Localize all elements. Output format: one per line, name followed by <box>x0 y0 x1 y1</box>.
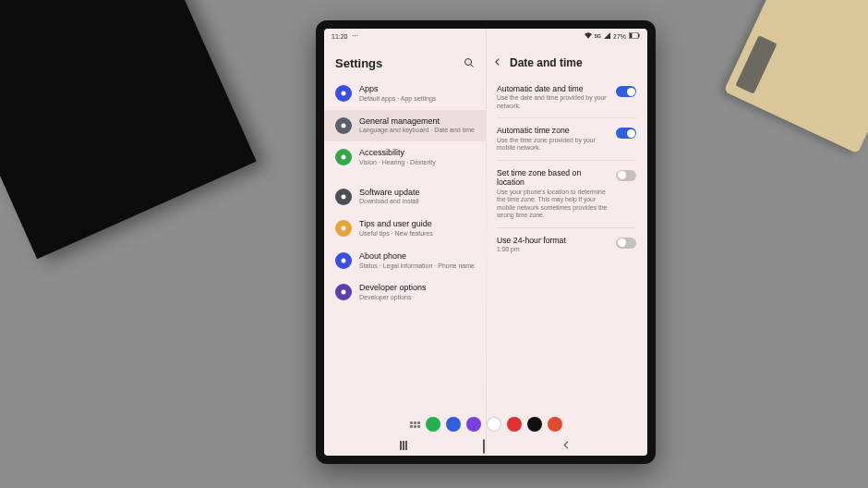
settings-item-title: Software update <box>359 188 420 198</box>
status-time: 11:20 <box>332 33 348 40</box>
datetime-item-subtitle: Use your phone's location to determine t… <box>497 189 610 220</box>
back-button[interactable] <box>493 57 502 68</box>
svg-point-5 <box>342 92 346 96</box>
wifi-icon <box>585 32 592 40</box>
svg-point-9 <box>342 226 346 231</box>
svg-point-11 <box>342 290 346 295</box>
settings-item-title: Apps <box>359 84 436 94</box>
accessibility-icon <box>335 149 352 165</box>
app-drawer-icon[interactable] <box>409 421 420 428</box>
info-icon <box>335 252 352 269</box>
signal-icon <box>604 32 610 40</box>
svg-point-3 <box>465 58 472 65</box>
toggle-switch[interactable] <box>616 238 636 249</box>
download-icon <box>335 189 352 205</box>
settings-item-accessibility[interactable]: AccessibilityVision · Hearing · Dexterit… <box>324 141 486 174</box>
svg-point-8 <box>342 194 346 199</box>
book-icon <box>335 220 352 237</box>
dock-app-tiktok[interactable] <box>527 417 542 432</box>
datetime-item-subtitle: Use the time zone provided by your mobil… <box>497 137 610 152</box>
dock-app-messages[interactable] <box>446 417 461 432</box>
settings-item-title: Accessibility <box>359 148 436 158</box>
settings-item-title: General management <box>359 116 475 127</box>
datetime-item-title: Automatic date and time <box>497 84 610 93</box>
battery-icon <box>629 32 640 40</box>
signal-label: 5G <box>595 33 601 39</box>
datetime-item-title: Automatic time zone <box>497 126 610 135</box>
gear-icon <box>335 117 352 134</box>
datetime-item-subtitle: 1:00 pm <box>497 246 610 253</box>
datetime-item-use-24-hour-format[interactable]: Use 24-hour format1:00 pm <box>489 228 644 262</box>
datetime-item-title: Use 24-hour format <box>497 236 610 245</box>
toggle-switch[interactable] <box>616 128 636 139</box>
settings-item-subtitle: Status · Legal information · Phone name <box>359 262 475 271</box>
detail-pane: Date and time Automatic date and timeUse… <box>486 43 647 411</box>
dock-app-phone[interactable] <box>426 417 440 432</box>
battery-percent: 27% <box>613 33 626 40</box>
settings-item-developer-options[interactable]: Developer optionsDeveloper options <box>324 276 486 309</box>
svg-point-7 <box>342 155 346 160</box>
settings-item-subtitle: Developer options <box>359 294 427 302</box>
product-box-label: Galaxy Z Fold6 <box>0 0 7 79</box>
datetime-item-title: Set time zone based on location <box>497 168 610 188</box>
phone-screen: 11:20 ⋯ 5G 27% Settings <box>324 29 647 456</box>
detail-title: Date and time <box>510 56 583 69</box>
link-icon: ⋯ <box>352 32 358 40</box>
dock-app-podcast[interactable] <box>548 417 562 432</box>
braces-icon <box>335 284 352 300</box>
svg-line-4 <box>471 64 474 67</box>
phone-frame: 11:20 ⋯ 5G 27% Settings <box>316 20 656 464</box>
settings-item-subtitle: Download and install <box>359 198 420 206</box>
settings-item-subtitle: Default apps · App settings <box>359 95 436 104</box>
datetime-list: Automatic date and timeUse the date and … <box>486 77 647 411</box>
svg-rect-1 <box>638 34 639 37</box>
settings-item-general-management[interactable]: General managementLanguage and keyboard … <box>324 110 486 142</box>
datetime-item-set-time-zone-based-on-location[interactable]: Set time zone based on locationUse your … <box>489 161 644 227</box>
home-button[interactable] <box>483 440 485 453</box>
settings-item-title: Tips and user guide <box>359 219 433 229</box>
settings-item-title: Developer options <box>359 283 427 293</box>
settings-item-subtitle: Language and keyboard · Date and time <box>359 127 475 135</box>
back-nav-button[interactable] <box>561 440 572 453</box>
datetime-item-subtitle: Use the date and time provided by your n… <box>497 94 610 110</box>
product-box: Galaxy Z Fold6 <box>0 0 257 259</box>
dock-app-samsung-internet[interactable] <box>466 417 481 432</box>
dock-app-youtube[interactable] <box>507 417 522 432</box>
settings-item-tips-and-user-guide[interactable]: Tips and user guideUseful tips · New fea… <box>324 213 486 245</box>
settings-item-apps[interactable]: AppsDefault apps · App settings <box>324 78 486 110</box>
recents-button[interactable] <box>400 440 407 453</box>
settings-item-subtitle: Vision · Hearing · Dexterity <box>359 159 436 167</box>
settings-item-subtitle: Useful tips · New features <box>359 230 433 238</box>
toggle-switch[interactable] <box>616 170 636 181</box>
search-icon[interactable] <box>464 57 475 70</box>
settings-item-title: About phone <box>359 251 475 262</box>
svg-point-6 <box>342 123 346 128</box>
settings-item-software-update[interactable]: Software updateDownload and install <box>324 181 486 214</box>
datetime-item-automatic-date-and-time[interactable]: Automatic date and timeUse the date and … <box>489 77 644 117</box>
apps-icon <box>335 85 352 102</box>
settings-item-about-phone[interactable]: About phoneStatus · Legal information · … <box>324 245 486 277</box>
settings-title: Settings <box>335 56 382 70</box>
toggle-switch[interactable] <box>616 86 636 97</box>
dock-app-google[interactable] <box>487 417 501 432</box>
datetime-item-automatic-time-zone[interactable]: Automatic time zoneUse the time zone pro… <box>489 118 644 159</box>
svg-point-10 <box>342 258 346 262</box>
settings-master-pane: Settings AppsDefault apps · App settings… <box>324 43 486 411</box>
fold-crease <box>486 29 487 456</box>
settings-list: AppsDefault apps · App settingsGeneral m… <box>324 78 486 411</box>
svg-rect-2 <box>630 33 633 38</box>
